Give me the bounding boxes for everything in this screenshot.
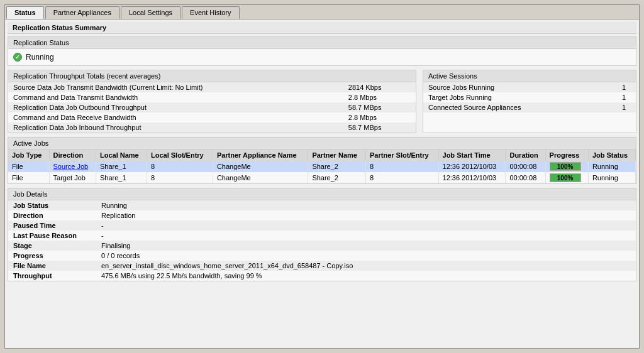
- table-row: Last Pause Reason -: [8, 231, 636, 241]
- active-jobs-section: Active Jobs Job Type Direction Local Nam…: [8, 137, 636, 184]
- partner-appliance-cell: ChangeMe: [213, 161, 308, 172]
- col-job-status: Job Status: [588, 149, 635, 161]
- throughput-table: Source Data Job Transmit Bandwidth (Curr…: [8, 82, 416, 133]
- sessions-table: Source Jobs Running 1 Target Jobs Runnin…: [423, 82, 636, 112]
- session-value: 1: [602, 92, 636, 102]
- throughput-value: 2814 Kbps: [343, 82, 416, 92]
- throughput-title: Replication Throughput Totals (recent av…: [8, 70, 416, 82]
- replication-status-section: Replication Status Running: [8, 36, 636, 66]
- throughput-value: 2.8 Mbps: [343, 112, 416, 122]
- local-name-cell: Share_1: [96, 172, 147, 183]
- job-status-cell: Running: [588, 172, 635, 183]
- start-time-cell: 12:36 2012/10/03: [438, 172, 506, 183]
- table-row: Stage Finalising: [8, 241, 636, 251]
- throughput-label: Command and Data Receive Bandwidth: [8, 112, 343, 122]
- table-row: Source Data Job Transmit Bandwidth (Curr…: [8, 82, 416, 92]
- detail-value: 475.6 MB/s using 22.5 Mb/s bandwidth, sa…: [96, 271, 636, 281]
- detail-label: Job Status: [8, 200, 96, 210]
- col-partner-slot: Partner Slot/Entry: [366, 149, 438, 161]
- sessions-block: Active Sessions Source Jobs Running 1 Ta…: [423, 70, 636, 133]
- table-row: Command and Data Receive Bandwidth 2.8 M…: [8, 112, 416, 122]
- throughput-label: Replication Data Job Outbound Throughput: [8, 102, 343, 112]
- local-slot-cell: 8: [147, 161, 213, 172]
- detail-label: Direction: [8, 210, 96, 220]
- throughput-label: Command and Data Transmit Bandwidth: [8, 92, 343, 102]
- tab-status[interactable]: Status: [6, 6, 44, 19]
- status-icon: [13, 53, 22, 62]
- partner-name-cell: Share_2: [308, 161, 366, 172]
- session-label: Target Jobs Running: [423, 92, 602, 102]
- content-area: Replication Status Summary Replication S…: [5, 19, 639, 348]
- sessions-title: Active Sessions: [423, 70, 636, 82]
- tab-partner-appliances[interactable]: Partner Appliances: [45, 6, 119, 19]
- throughput-value: 2.8 Mbps: [343, 92, 416, 102]
- col-local-slot: Local Slot/Entry: [147, 149, 213, 161]
- direction-cell: Target Job: [49, 172, 96, 183]
- replication-status-title: Replication Status: [8, 37, 636, 49]
- local-slot-cell: 8: [147, 172, 213, 183]
- table-row: Throughput 475.6 MB/s using 22.5 Mb/s ba…: [8, 271, 636, 281]
- table-row: Command and Data Transmit Bandwidth 2.8 …: [8, 92, 416, 102]
- partner-slot-cell: 8: [366, 161, 438, 172]
- col-start-time: Job Start Time: [438, 149, 506, 161]
- col-progress: Progress: [545, 149, 588, 161]
- active-jobs-title: Active Jobs: [8, 138, 636, 149]
- table-row: Direction Replication: [8, 210, 636, 220]
- session-label: Source Jobs Running: [423, 82, 602, 92]
- table-row: Paused Time -: [8, 220, 636, 231]
- detail-value: en_server_install_disc_windows_home_serv…: [96, 261, 636, 271]
- status-text: Running: [26, 53, 54, 62]
- duration-cell: 00:00:08: [506, 161, 545, 172]
- detail-value: -: [96, 220, 636, 231]
- progress-bar-fill: 100%: [550, 174, 580, 182]
- table-row[interactable]: File Source Job Share_1 8 ChangeMe Share…: [8, 161, 636, 172]
- throughput-sessions-layout: Replication Throughput Totals (recent av…: [8, 70, 636, 133]
- table-row: File Name en_server_install_disc_windows…: [8, 261, 636, 271]
- col-job-type: Job Type: [8, 149, 49, 161]
- detail-label: File Name: [8, 261, 96, 271]
- partner-name-cell: Share_2: [308, 172, 366, 183]
- throughput-value: 58.7 MBps: [343, 102, 416, 112]
- job-details-section: Job Details Job Status Running Direction…: [8, 188, 636, 281]
- progress-cell: 100%: [545, 161, 588, 172]
- throughput-label: Source Data Job Transmit Bandwidth (Curr…: [8, 82, 343, 92]
- detail-label: Stage: [8, 241, 96, 251]
- duration-cell: 00:00:08: [506, 172, 545, 183]
- source-job-link[interactable]: Source Job: [53, 163, 89, 170]
- tab-bar: Status Partner Appliances Local Settings…: [5, 5, 639, 19]
- table-row: Replication Data Job Inbound Throughput …: [8, 122, 416, 133]
- throughput-value: 58.7 MBps: [343, 122, 416, 133]
- throughput-label: Replication Data Job Inbound Throughput: [8, 122, 343, 133]
- throughput-block: Replication Throughput Totals (recent av…: [8, 70, 416, 133]
- job-status-cell: Running: [588, 161, 635, 172]
- table-row: Target Jobs Running 1: [423, 92, 636, 102]
- detail-value: Replication: [96, 210, 636, 220]
- col-partner-appliance: Partner Appliance Name: [213, 149, 308, 161]
- progress-bar: 100%: [550, 173, 581, 182]
- progress-cell: 100%: [545, 172, 588, 183]
- jobs-table: Job Type Direction Local Name Local Slot…: [8, 149, 636, 183]
- session-value: 1: [602, 102, 636, 112]
- tab-local-settings[interactable]: Local Settings: [121, 6, 180, 19]
- start-time-cell: 12:36 2012/10/03: [438, 161, 506, 172]
- detail-label: Throughput: [8, 271, 96, 281]
- col-partner-name: Partner Name: [308, 149, 366, 161]
- table-row[interactable]: File Target Job Share_1 8 ChangeMe Share…: [8, 172, 636, 183]
- local-name-cell: Share_1: [96, 161, 147, 172]
- detail-value: Running: [96, 200, 636, 210]
- direction-cell[interactable]: Source Job: [49, 161, 96, 172]
- page-title: Replication Status Summary: [8, 22, 636, 34]
- progress-bar: 100%: [550, 162, 581, 171]
- tab-event-history[interactable]: Event History: [182, 6, 239, 19]
- col-local-name: Local Name: [96, 149, 147, 161]
- session-value: 1: [602, 82, 636, 92]
- partner-appliance-cell: ChangeMe: [213, 172, 308, 183]
- table-row: Job Status Running: [8, 200, 636, 210]
- progress-bar-fill: 100%: [550, 163, 580, 170]
- detail-value: Finalising: [96, 241, 636, 251]
- table-row: Progress 0 / 0 records: [8, 251, 636, 261]
- col-direction: Direction: [49, 149, 96, 161]
- running-row: Running: [8, 49, 636, 65]
- table-row: Replication Data Job Outbound Throughput…: [8, 102, 416, 112]
- jobs-table-header: Job Type Direction Local Name Local Slot…: [8, 149, 636, 161]
